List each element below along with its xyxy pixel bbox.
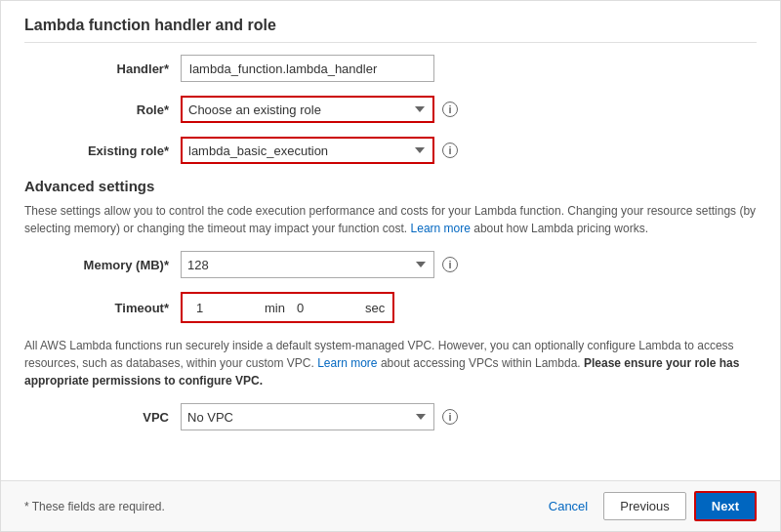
role-control-wrapper: Choose an existing role Create new role … xyxy=(181,96,458,123)
vpc-info-icon[interactable]: i xyxy=(442,409,458,425)
learn-more-link-memory[interactable]: Learn more xyxy=(411,222,471,235)
footer-buttons: Cancel Previous Next xyxy=(541,491,757,521)
handler-label: Handler* xyxy=(24,61,181,76)
cancel-button[interactable]: Cancel xyxy=(541,495,596,517)
next-button[interactable]: Next xyxy=(694,491,757,521)
timeout-control-wrapper: min sec xyxy=(181,292,394,323)
timeout-sec-input[interactable] xyxy=(291,297,359,318)
existing-role-control-wrapper: lambda_basic_execution i xyxy=(181,137,458,164)
timeout-sec-label: sec xyxy=(365,301,385,315)
vpc-row: VPC No VPC i xyxy=(24,403,757,430)
vpc-select[interactable]: No VPC xyxy=(181,403,434,430)
memory-control-wrapper: 128 192 256 512 1024 1536 i xyxy=(181,251,458,278)
existing-role-row: Existing role* lambda_basic_execution i xyxy=(24,137,757,164)
handler-row: Handler* xyxy=(24,55,757,82)
memory-info-icon[interactable]: i xyxy=(442,257,458,272)
description-suffix: about how Lambda pricing works. xyxy=(473,222,648,235)
vpc-label: VPC xyxy=(24,410,181,425)
role-row: Role* Choose an existing role Create new… xyxy=(24,96,757,123)
footer-bar: * These fields are required. Cancel Prev… xyxy=(1,480,780,531)
existing-role-info-icon[interactable]: i xyxy=(442,143,458,158)
memory-row: Memory (MB)* 128 192 256 512 1024 1536 i xyxy=(24,251,757,278)
required-note: * These fields are required. xyxy=(24,500,165,513)
vpc-control-wrapper: No VPC i xyxy=(181,403,458,430)
role-info-icon[interactable]: i xyxy=(442,102,458,117)
memory-label: Memory (MB)* xyxy=(24,258,181,272)
existing-role-select[interactable]: lambda_basic_execution xyxy=(181,137,434,164)
advanced-description: These settings allow you to control the … xyxy=(24,202,757,237)
timeout-group: min sec xyxy=(181,292,394,323)
previous-button[interactable]: Previous xyxy=(603,492,686,520)
timeout-label: Timeout* xyxy=(24,301,181,315)
section-title: Lambda function handler and role xyxy=(24,17,757,43)
timeout-row: Timeout* min sec xyxy=(24,292,757,323)
timeout-min-input[interactable] xyxy=(190,297,259,318)
existing-role-label: Existing role* xyxy=(24,143,181,158)
page-container: Lambda function handler and role Handler… xyxy=(0,0,781,532)
advanced-section-title: Advanced settings xyxy=(24,178,757,194)
learn-more-link-vpc[interactable]: Learn more xyxy=(317,356,377,370)
content-area: Lambda function handler and role Handler… xyxy=(1,1,780,480)
vpc-description: All AWS Lambda functions run securely in… xyxy=(24,337,757,389)
role-label: Role* xyxy=(24,102,181,117)
timeout-min-label: min xyxy=(265,301,285,315)
handler-control-wrapper xyxy=(181,55,434,82)
role-select[interactable]: Choose an existing role Create new role … xyxy=(181,96,434,123)
vpc-text-middle: about accessing VPCs within Lambda. xyxy=(381,356,581,370)
memory-select[interactable]: 128 192 256 512 1024 1536 xyxy=(181,251,434,278)
handler-input[interactable] xyxy=(181,55,434,82)
